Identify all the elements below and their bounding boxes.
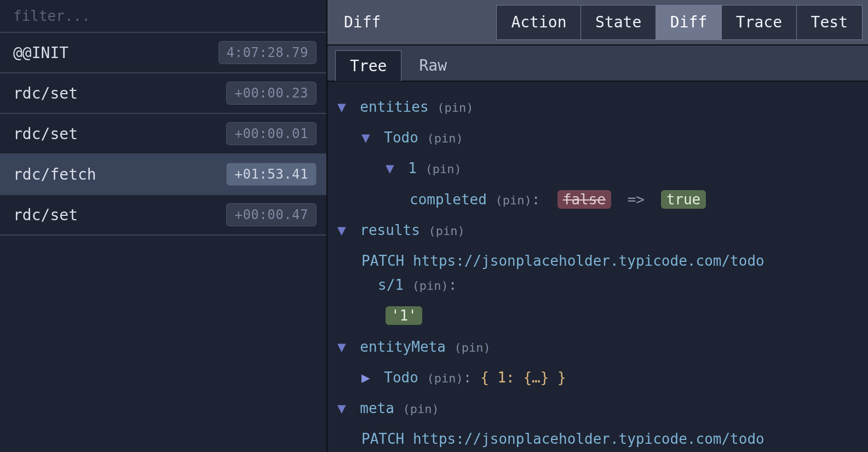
pin-button[interactable]: (pin) <box>427 371 463 385</box>
tree-key: results <box>360 222 420 238</box>
action-row[interactable]: rdc/set +00:00.01 <box>0 114 326 155</box>
tree-key: completed <box>410 191 487 208</box>
tab-state[interactable]: State <box>580 5 656 40</box>
action-name: @@INIT <box>10 44 68 62</box>
action-row[interactable]: @@INIT 4:07:28.79 <box>0 33 326 73</box>
tree-key-cont: s/1 <box>361 277 404 293</box>
pin-button[interactable]: (pin) <box>412 279 449 293</box>
tree-node-entities[interactable]: ▼ entities (pin) <box>337 91 858 122</box>
chevron-down-icon: ▼ <box>337 218 352 242</box>
tree-key: Todo <box>384 369 418 386</box>
chevron-right-icon: ▶ <box>361 365 376 390</box>
action-row[interactable]: rdc/set +00:00.47 <box>0 195 326 236</box>
action-time: +00:00.01 <box>226 122 317 145</box>
action-row[interactable]: rdc/fetch +01:53.41 <box>0 155 326 195</box>
tree-key: meta <box>360 400 394 416</box>
action-name: rdc/set <box>10 84 78 102</box>
collapsed-value: { 1: {…} } <box>480 369 566 386</box>
chevron-down-icon: ▼ <box>337 95 352 119</box>
colon: : <box>463 369 472 386</box>
tree-node-todo[interactable]: ▼ Todo (pin) <box>337 122 858 153</box>
tree-key: entityMeta <box>360 339 446 355</box>
pin-button[interactable]: (pin) <box>427 131 463 145</box>
tree-key: 1 <box>408 160 417 176</box>
tree-leaf-patch-url[interactable]: PATCH https://jsonplaceholder.typicode.c… <box>337 245 858 300</box>
tree-node-item-1[interactable]: ▼ 1 (pin) <box>337 153 858 184</box>
tree-node-entitymeta[interactable]: ▼ entityMeta (pin) <box>337 331 858 362</box>
action-list: @@INIT 4:07:28.79 rdc/set +00:00.23 rdc/… <box>0 33 326 236</box>
tree-leaf-meta-url[interactable]: PATCH https://jsonplaceholder.typicode.c… <box>337 424 858 452</box>
chevron-down-icon: ▼ <box>386 156 400 180</box>
subtab-raw[interactable]: Raw <box>405 50 461 81</box>
colon: : <box>532 191 541 208</box>
pin-button[interactable]: (pin) <box>455 341 491 354</box>
pin-button[interactable]: (pin) <box>437 101 473 115</box>
tree-key: PATCH https://jsonplaceholder.typicode.c… <box>361 431 764 447</box>
subtab-tree[interactable]: Tree <box>335 50 401 81</box>
action-row[interactable]: rdc/set +00:00.23 <box>0 73 326 114</box>
tree-node-meta[interactable]: ▼ meta (pin) <box>337 393 858 424</box>
chevron-down-icon: ▼ <box>337 396 352 420</box>
tree-key: entities <box>360 99 428 115</box>
action-time: +01:53.41 <box>226 163 317 186</box>
tree-leaf-completed[interactable]: completed (pin): false => true <box>337 184 858 215</box>
diff-old-value: false <box>557 190 611 209</box>
action-time: +00:00.47 <box>226 203 317 226</box>
action-time: +00:00.23 <box>226 82 317 105</box>
chevron-down-icon: ▼ <box>361 125 376 150</box>
chevron-down-icon: ▼ <box>337 335 352 359</box>
action-name: rdc/set <box>10 206 78 224</box>
tab-test[interactable]: Test <box>796 5 863 40</box>
diff-tree: ▼ entities (pin) ▼ Todo (pin) ▼ 1 (pin) … <box>327 82 868 452</box>
action-list-panel: @@INIT 4:07:28.79 rdc/set +00:00.23 rdc/… <box>0 0 327 452</box>
diff-new-value: '1' <box>386 306 422 325</box>
inspector-header: Diff Action State Diff Trace Test <box>327 0 868 45</box>
filter-input[interactable] <box>0 0 326 33</box>
sub-tabs: Tree Raw <box>327 45 868 82</box>
tree-value-patch-result: '1' <box>337 300 858 331</box>
tree-node-entitymeta-todo[interactable]: ▶ Todo (pin): { 1: {…} } <box>337 362 858 393</box>
pin-button[interactable]: (pin) <box>426 162 462 176</box>
action-name: rdc/fetch <box>10 165 96 184</box>
action-time: 4:07:28.79 <box>219 41 317 64</box>
tab-action[interactable]: Action <box>496 5 581 40</box>
pin-button[interactable]: (pin) <box>429 224 465 238</box>
diff-new-value: true <box>661 190 706 209</box>
tab-trace[interactable]: Trace <box>721 5 797 40</box>
action-name: rdc/set <box>10 125 78 143</box>
arrow-right-icon: => <box>620 191 652 208</box>
top-tabs: Action State Diff Trace Test <box>496 0 863 44</box>
pin-button[interactable]: (pin) <box>403 402 439 416</box>
pin-button[interactable]: (pin) <box>496 193 532 207</box>
inspector-title: Diff <box>327 0 397 44</box>
tree-node-results[interactable]: ▼ results (pin) <box>337 215 858 245</box>
tree-key: PATCH https://jsonplaceholder.typicode.c… <box>361 253 764 269</box>
tab-diff[interactable]: Diff <box>656 5 722 40</box>
colon: : <box>449 277 457 293</box>
tree-key: Todo <box>384 129 418 146</box>
inspector-panel: Diff Action State Diff Trace Test Tree R… <box>327 0 868 452</box>
